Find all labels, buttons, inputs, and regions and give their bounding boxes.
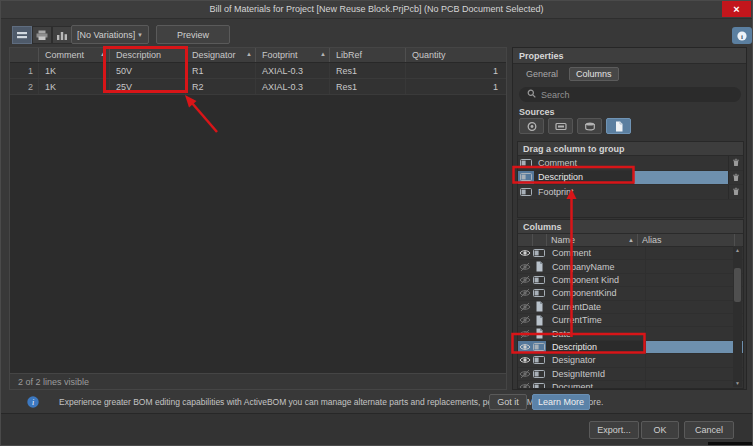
- tab-columns[interactable]: Columns: [569, 67, 619, 81]
- delete-group-button[interactable]: [728, 185, 743, 199]
- columns-list-item-date[interactable]: Date: [518, 327, 743, 340]
- search-icon: [527, 89, 536, 98]
- printer-icon: [36, 30, 48, 41]
- visibility-eye-icon[interactable]: [518, 247, 532, 259]
- selection-highlight: [634, 171, 728, 185]
- table-row[interactable]: 21K25VR2AXIAL-0.3Res11: [10, 79, 506, 95]
- column-alias[interactable]: [645, 354, 743, 366]
- trash-icon: [732, 173, 740, 182]
- column-alias[interactable]: [645, 301, 743, 313]
- search-placeholder: Search: [541, 90, 570, 100]
- column-alias[interactable]: [645, 368, 743, 380]
- info-button[interactable]: i: [732, 27, 752, 44]
- source-database-button[interactable]: [577, 118, 602, 134]
- bar-chart-button[interactable]: [52, 26, 72, 44]
- visibility-eye-off-icon[interactable]: [518, 274, 532, 286]
- delete-group-button[interactable]: [728, 156, 743, 170]
- bom-column-header-designator[interactable]: Designator▲: [185, 48, 255, 62]
- database-icon: [584, 121, 596, 132]
- column-alias[interactable]: [645, 247, 743, 259]
- table-cell: 1K: [38, 63, 109, 78]
- bom-dialog: Bill of Materials for Project [New Reuse…: [0, 0, 753, 446]
- source-server-button[interactable]: [519, 118, 544, 134]
- column-type-icon: [532, 341, 546, 353]
- table-cell: 1K: [38, 79, 109, 94]
- header-label: Description: [116, 50, 161, 60]
- group-item-description[interactable]: Description: [518, 171, 743, 186]
- bom-column-header-quantity[interactable]: Quantity: [405, 48, 506, 62]
- preview-button[interactable]: Preview: [156, 25, 230, 44]
- learn-more-button[interactable]: Learn More: [532, 394, 590, 410]
- cancel-button[interactable]: Cancel: [684, 421, 734, 439]
- variations-dropdown[interactable]: [No Variations] ▼: [71, 25, 149, 44]
- column-type-icon: [533, 369, 545, 379]
- visibility-eye-off-icon[interactable]: [518, 314, 532, 326]
- scroll-up-icon[interactable]: ▲: [733, 246, 742, 254]
- header-label: Designator: [192, 50, 236, 60]
- name-column-header[interactable]: Name: [551, 235, 575, 245]
- column-alias[interactable]: [646, 341, 743, 353]
- column-alias[interactable]: [645, 287, 743, 299]
- ok-button[interactable]: OK: [641, 421, 679, 439]
- status-bar: 2 of 2 lines visible: [10, 373, 506, 389]
- bom-column-header[interactable]: [10, 48, 38, 62]
- visibility-eye-off-icon[interactable]: [518, 301, 532, 313]
- delete-group-button[interactable]: [728, 171, 743, 185]
- bom-column-header-description[interactable]: Description: [109, 48, 185, 62]
- visibility-eye-off-icon[interactable]: [518, 381, 532, 389]
- columns-list-item-designator[interactable]: Designator: [518, 354, 743, 367]
- columns-list-item-currentdate[interactable]: CurrentDate: [518, 301, 743, 314]
- column-name: CurrentDate: [546, 301, 645, 313]
- column-alias[interactable]: [645, 260, 743, 272]
- group-item-footprint[interactable]: Footprint: [518, 185, 743, 200]
- columns-box-title: Columns: [518, 220, 743, 234]
- properties-panel: Properties General Columns Search Source…: [512, 47, 747, 390]
- bom-table-rows: 11K50VR1AXIAL-0.3Res1121K25VR2AXIAL-0.3R…: [10, 63, 506, 95]
- source-card-button[interactable]: [548, 118, 573, 134]
- list-view-button[interactable]: [12, 26, 32, 44]
- scrollbar[interactable]: ▲ ▼: [733, 246, 742, 387]
- columns-list-item-component-kind[interactable]: Component Kind: [518, 274, 743, 287]
- eye-off-icon: [519, 329, 531, 339]
- column-alias[interactable]: [645, 327, 743, 339]
- visibility-eye-icon[interactable]: [518, 341, 532, 353]
- export-button[interactable]: Export...: [589, 421, 639, 439]
- column-alias[interactable]: [645, 381, 743, 389]
- eye-icon: [519, 355, 531, 365]
- visibility-eye-off-icon[interactable]: [518, 368, 532, 380]
- got-it-button[interactable]: Got it: [489, 394, 527, 410]
- chevron-down-icon: ▼: [137, 32, 143, 38]
- column-type-icon-cell: [518, 156, 534, 170]
- columns-list-item-designitemid[interactable]: DesignItemId: [518, 368, 743, 381]
- columns-list-item-description[interactable]: Description: [518, 341, 743, 354]
- scrollbar-thumb[interactable]: [734, 268, 741, 302]
- visibility-eye-off-icon[interactable]: [518, 260, 532, 272]
- columns-list-item-companyname[interactable]: CompanyName: [518, 260, 743, 273]
- column-alias[interactable]: [645, 274, 743, 286]
- table-row[interactable]: 11K50VR1AXIAL-0.3Res11: [10, 63, 506, 79]
- table-cell: 25V: [109, 79, 185, 94]
- source-document-button[interactable]: [606, 118, 631, 134]
- bom-column-header-comment[interactable]: Comment▲: [38, 48, 109, 62]
- printer-button[interactable]: [32, 26, 52, 44]
- tab-general[interactable]: General: [519, 67, 565, 81]
- column-alias[interactable]: [645, 314, 743, 326]
- columns-list-item-comment[interactable]: Comment: [518, 247, 743, 260]
- visibility-eye-icon[interactable]: [518, 354, 532, 366]
- screen-behind-patch: [708, 442, 753, 446]
- bom-column-header-libref[interactable]: LibRef: [329, 48, 405, 62]
- visibility-eye-off-icon[interactable]: [518, 287, 532, 299]
- column-name: CurrentTime: [546, 314, 645, 326]
- scroll-down-icon[interactable]: ▼: [733, 379, 742, 387]
- group-item-comment[interactable]: Comment: [518, 156, 743, 171]
- visibility-eye-off-icon[interactable]: [518, 327, 532, 339]
- columns-list-item-document[interactable]: Document: [518, 381, 743, 389]
- columns-list-item-currenttime[interactable]: CurrentTime: [518, 314, 743, 327]
- columns-list-item-componentkind[interactable]: ComponentKind: [518, 287, 743, 300]
- alias-column-header[interactable]: Alias: [642, 235, 662, 245]
- bom-column-header-footprint[interactable]: Footprint▲: [255, 48, 329, 62]
- eye-off-icon: [519, 315, 531, 325]
- search-input[interactable]: Search: [519, 87, 741, 102]
- sources-label: Sources: [519, 107, 555, 117]
- close-button[interactable]: ×: [722, 1, 751, 17]
